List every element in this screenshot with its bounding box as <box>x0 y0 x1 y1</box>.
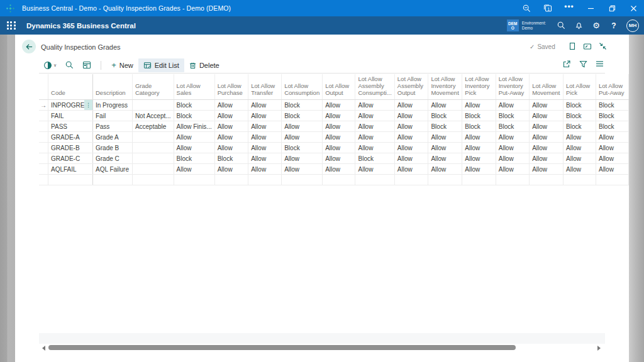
cell[interactable]: Block <box>462 111 496 121</box>
cell[interactable]: Allow <box>323 164 355 175</box>
cell[interactable]: Not Accept... <box>132 111 174 121</box>
cell[interactable]: Allow <box>462 153 496 164</box>
select-column-header[interactable] <box>39 74 48 100</box>
cell[interactable] <box>92 175 132 185</box>
cell[interactable]: Allow <box>564 153 596 164</box>
column-header[interactable]: Lot Allow Output <box>323 74 355 100</box>
cell[interactable]: Allow <box>323 111 355 121</box>
cell[interactable]: Pass <box>92 121 132 132</box>
cell[interactable]: Allow <box>530 143 564 153</box>
row-selector[interactable] <box>39 143 48 153</box>
zoom-out-icon[interactable] <box>516 0 537 16</box>
cell[interactable]: Allow <box>355 111 394 121</box>
column-header[interactable]: Lot Allow Consumption <box>282 74 323 100</box>
cell[interactable]: Allow <box>282 164 323 175</box>
column-header[interactable]: Lot Allow Assembly Output <box>394 74 428 100</box>
cell[interactable]: Allow <box>530 164 564 175</box>
cell[interactable]: Allow <box>394 164 428 175</box>
cell[interactable] <box>174 175 214 185</box>
cell[interactable]: Allow <box>282 121 323 132</box>
cell[interactable]: Allow <box>530 153 564 164</box>
cell-context-menu[interactable]: ⋮ <box>84 100 92 110</box>
cell[interactable]: Block <box>496 121 529 132</box>
cell[interactable]: Allow <box>214 111 248 121</box>
cell[interactable]: Allow <box>355 100 394 111</box>
cell[interactable]: Block <box>596 111 628 121</box>
options-menu-icon[interactable] <box>596 60 604 69</box>
share-icon[interactable] <box>562 60 571 69</box>
cell[interactable]: Allow <box>323 100 355 111</box>
row-selector[interactable] <box>39 111 48 121</box>
cell[interactable]: Allow <box>462 132 496 143</box>
cell[interactable]: Allow <box>355 143 394 153</box>
column-header[interactable]: Description <box>92 74 132 100</box>
filter-funnel-icon[interactable] <box>579 60 587 69</box>
cell[interactable] <box>282 175 323 185</box>
cell[interactable]: Allow <box>496 100 529 111</box>
cell[interactable]: Allow <box>214 132 248 143</box>
cell[interactable]: Allow <box>564 143 596 153</box>
row-selector[interactable] <box>39 175 48 185</box>
cell[interactable] <box>596 175 628 185</box>
notifications-bell-icon[interactable] <box>570 16 587 35</box>
cell[interactable] <box>496 175 529 185</box>
cell[interactable]: Allow <box>248 143 282 153</box>
row-selector[interactable] <box>39 153 48 164</box>
cell[interactable]: Block <box>174 100 214 111</box>
cell[interactable] <box>394 175 428 185</box>
cell[interactable]: Block <box>174 111 214 121</box>
cell[interactable]: Allow <box>496 143 529 153</box>
column-header[interactable]: Lot Allow Inventory Pick <box>462 74 496 100</box>
analysis-mode-icon[interactable] <box>78 58 96 72</box>
cell[interactable]: Block <box>596 100 628 111</box>
cell[interactable]: Allow Finis... <box>174 121 214 132</box>
help-icon[interactable]: ? <box>605 16 623 35</box>
cell[interactable]: Allow <box>496 153 529 164</box>
cell[interactable]: Block <box>596 121 628 132</box>
row-selector[interactable] <box>39 132 48 143</box>
cell[interactable]: Allow <box>248 132 282 143</box>
cell[interactable]: Allow <box>564 164 596 175</box>
cell[interactable]: Allow <box>174 132 214 143</box>
cell[interactable]: Block <box>282 111 323 121</box>
waffle-icon[interactable] <box>7 21 16 30</box>
new-button[interactable]: + New <box>106 58 138 72</box>
column-header[interactable]: Lot Allow Assembly Consumpti... <box>355 74 394 100</box>
cell[interactable]: Allow <box>596 132 628 143</box>
cell[interactable]: Acceptable <box>132 121 174 132</box>
cell[interactable]: Allow <box>394 132 428 143</box>
cell[interactable]: Allow <box>496 132 529 143</box>
cell[interactable] <box>530 175 564 185</box>
column-header[interactable]: Lot Allow Inventory Put-Away <box>496 74 529 100</box>
cell[interactable]: Allow <box>394 111 428 121</box>
tab-switcher-icon[interactable]: 1 <box>537 0 558 16</box>
cell[interactable]: Allow <box>355 132 394 143</box>
column-header[interactable]: Lot Allow Inventory Movement <box>428 74 462 100</box>
cell[interactable]: Allow <box>214 143 248 153</box>
cell[interactable]: Allow <box>530 100 564 111</box>
cell[interactable] <box>323 175 355 185</box>
column-header[interactable]: Grade Category <box>132 74 174 100</box>
cell[interactable]: Allow <box>428 164 462 175</box>
cell[interactable]: Fail <box>92 111 132 121</box>
cell[interactable]: Block <box>174 153 214 164</box>
cell[interactable]: Allow <box>462 100 496 111</box>
settings-gear-icon[interactable]: ⚙ <box>587 16 605 35</box>
close-icon[interactable] <box>623 0 644 16</box>
column-header[interactable]: Code <box>48 74 93 100</box>
cell[interactable]: Allow <box>530 121 564 132</box>
cell[interactable]: Allow <box>394 100 428 111</box>
cell[interactable]: Block <box>428 121 462 132</box>
environment-badge[interactable]: DEMO <box>507 19 519 31</box>
cell[interactable]: GRADE-B <box>48 143 93 153</box>
cell[interactable]: Grade C <box>92 153 132 164</box>
cell[interactable] <box>132 153 174 164</box>
cell[interactable]: GRADE-C <box>48 153 93 164</box>
cell[interactable] <box>214 175 248 185</box>
horizontal-scrollbar[interactable] <box>39 344 605 352</box>
cell[interactable]: Block <box>282 100 323 111</box>
cell[interactable]: Allow <box>248 164 282 175</box>
cell[interactable]: Allow <box>248 121 282 132</box>
cell[interactable]: Allow <box>214 121 248 132</box>
cell[interactable]: INPROGRE...⋮ <box>48 100 93 111</box>
